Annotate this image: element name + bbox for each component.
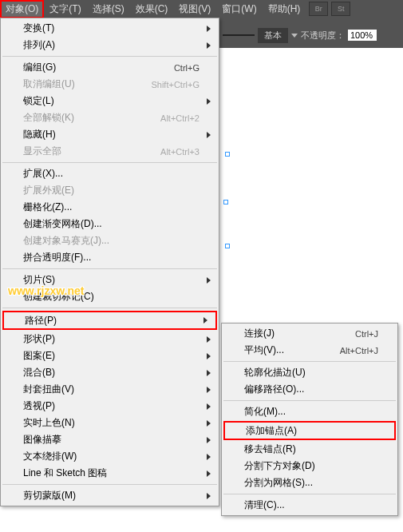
menu-item-label: 清理(C)...: [244, 498, 378, 512]
menu-item-label: 平均(V)...: [244, 343, 340, 357]
menu-item-3[interactable]: 编组(G)Ctrl+G: [1, 59, 219, 76]
menu-window[interactable]: 窗口(W): [216, 0, 262, 18]
chevron-right-icon: [207, 336, 211, 343]
menu-item-20[interactable]: 路径(P): [2, 311, 217, 330]
menu-item-24[interactable]: 封套扭曲(V): [1, 381, 219, 398]
menu-item-15[interactable]: 拼合透明度(F)...: [1, 249, 219, 266]
menu-item-26[interactable]: 实时上色(N): [1, 415, 219, 431]
menu-item-8[interactable]: 移去锚点(R): [222, 441, 397, 458]
menu-item-label: 创建渐变网格(D)...: [23, 217, 200, 231]
menu-separator: [223, 494, 396, 494]
menu-item-1[interactable]: 平均(V)...Alt+Ctrl+J: [222, 342, 397, 359]
menu-item-10[interactable]: 分割为网格(S)...: [222, 474, 397, 491]
menu-item-6[interactable]: 简化(M)...: [222, 403, 397, 420]
menu-separator: [2, 268, 217, 269]
stock-icon[interactable]: St: [331, 2, 350, 16]
path-submenu: 连接(J)Ctrl+J平均(V)...Alt+Ctrl+J轮廓化描边(U)偏移路…: [221, 323, 398, 516]
menu-item-label: 图像描摹: [23, 433, 200, 447]
chevron-right-icon: [203, 317, 207, 324]
menu-item-29[interactable]: Line 和 Sketch 图稿: [1, 465, 219, 482]
menu-select[interactable]: 选择(S): [87, 0, 130, 18]
menu-item-23[interactable]: 混合(B): [1, 364, 219, 381]
menu-item-label: 实时上色(N): [23, 416, 200, 430]
menu-item-9[interactable]: 分割下方对象(D): [222, 458, 397, 474]
menu-item-shortcut: Ctrl+J: [355, 329, 378, 339]
menu-item-label: 透视(P): [23, 399, 200, 413]
menu-item-label: 全部解锁(K): [23, 111, 160, 125]
menu-item-label: 添加锚点(A): [246, 424, 377, 438]
toolbar: 基本 不透明度： 100%: [219, 24, 403, 46]
menu-effect[interactable]: 效果(C): [130, 0, 174, 18]
menu-item-label: 隐藏(H): [23, 128, 200, 141]
chevron-right-icon: [207, 353, 211, 359]
menu-item-10[interactable]: 扩展(X)...: [1, 165, 219, 182]
menu-item-label: 路径(P): [25, 314, 198, 328]
menu-object[interactable]: 对象(O): [0, 0, 44, 18]
menu-item-7[interactable]: 添加锚点(A): [223, 421, 396, 440]
menu-item-7[interactable]: 隐藏(H): [1, 126, 219, 143]
menu-item-3[interactable]: 轮廓化描边(U): [222, 364, 397, 381]
chevron-right-icon: [207, 493, 211, 499]
menu-separator: [2, 56, 217, 57]
menu-item-0[interactable]: 连接(J)Ctrl+J: [222, 325, 397, 342]
menu-item-label: 编组(G): [23, 61, 174, 74]
menu-item-5[interactable]: 锁定(L): [1, 93, 219, 109]
menu-item-label: 形状(P): [23, 332, 200, 346]
menu-item-label: 扩展(X)...: [23, 167, 200, 181]
menu-item-11: 扩展外观(E): [1, 182, 219, 199]
menu-item-shortcut: Alt+Ctrl+J: [340, 346, 378, 355]
menu-item-8: 显示全部Alt+Ctrl+3: [1, 143, 219, 160]
menu-item-12[interactable]: 栅格化(Z)...: [1, 199, 219, 216]
menu-item-31[interactable]: 剪切蒙版(M): [1, 487, 219, 504]
menu-item-label: 变换(T): [23, 22, 200, 35]
menu-item-13[interactable]: 创建渐变网格(D)...: [1, 216, 219, 232]
menu-item-label: 图案(E): [23, 349, 200, 363]
canvas-path-preview: [223, 152, 231, 248]
menu-item-1[interactable]: 排列(A): [1, 37, 219, 54]
menu-view[interactable]: 视图(V): [173, 0, 216, 18]
menu-item-12[interactable]: 清理(C)...: [222, 497, 397, 514]
chevron-right-icon: [207, 437, 211, 443]
menu-text[interactable]: 文字(T): [44, 0, 86, 18]
menu-item-label: 扩展外观(E): [23, 184, 200, 197]
opacity-label: 不透明度：: [301, 30, 345, 42]
menubar: 对象(O) 文字(T) 选择(S) 效果(C) 视图(V) 窗口(W) 帮助(H…: [0, 0, 403, 18]
chevron-right-icon: [207, 98, 211, 105]
menu-item-label: 混合(B): [23, 366, 200, 379]
menu-item-14: 创建对象马赛克(J)...: [1, 232, 219, 249]
chevron-right-icon: [207, 454, 211, 460]
menu-separator: [223, 400, 396, 401]
chevron-right-icon: [207, 387, 211, 393]
stroke-preview[interactable]: [223, 34, 255, 36]
menu-item-label: 移去锚点(R): [244, 443, 378, 456]
menu-item-label: 分割为网格(S)...: [244, 476, 378, 490]
menu-item-28[interactable]: 文本绕排(W): [1, 448, 219, 465]
menu-item-label: 封套扭曲(V): [23, 383, 200, 396]
chevron-right-icon: [207, 420, 211, 427]
menu-item-label: 栅格化(Z)...: [23, 200, 200, 214]
menu-separator: [223, 361, 396, 362]
menu-item-21[interactable]: 形状(P): [1, 331, 219, 347]
menu-item-22[interactable]: 图案(E): [1, 347, 219, 364]
chevron-right-icon: [207, 42, 211, 49]
menu-separator: [2, 308, 217, 308]
chevron-right-icon: [207, 26, 211, 32]
watermark: www.rjzxw.net: [8, 284, 84, 297]
object-dropdown-menu: 变换(T)排列(A)编组(G)Ctrl+G取消编组(U)Shift+Ctrl+G…: [0, 18, 219, 506]
menu-item-shortcut: Alt+Ctrl+2: [160, 113, 200, 123]
menu-item-27[interactable]: 图像描摹: [1, 431, 219, 448]
opacity-input[interactable]: 100%: [348, 30, 377, 41]
menu-item-0[interactable]: 变换(T): [1, 20, 219, 37]
menu-help[interactable]: 帮助(H): [263, 0, 306, 18]
menu-item-4[interactable]: 偏移路径(O)...: [222, 381, 397, 398]
menu-item-label: 偏移路径(O)...: [244, 383, 378, 396]
menu-item-label: 轮廓化描边(U): [244, 366, 378, 379]
stroke-style-dropdown[interactable]: 基本: [258, 28, 288, 43]
menu-item-shortcut: Ctrl+G: [174, 63, 200, 73]
menu-item-label: 取消编组(U): [23, 77, 151, 91]
menu-item-label: 创建对象马赛克(J)...: [23, 234, 200, 248]
chevron-down-icon[interactable]: [291, 34, 298, 38]
menu-item-25[interactable]: 透视(P): [1, 398, 219, 415]
bridge-icon[interactable]: Br: [309, 2, 328, 16]
chevron-right-icon: [207, 370, 211, 376]
